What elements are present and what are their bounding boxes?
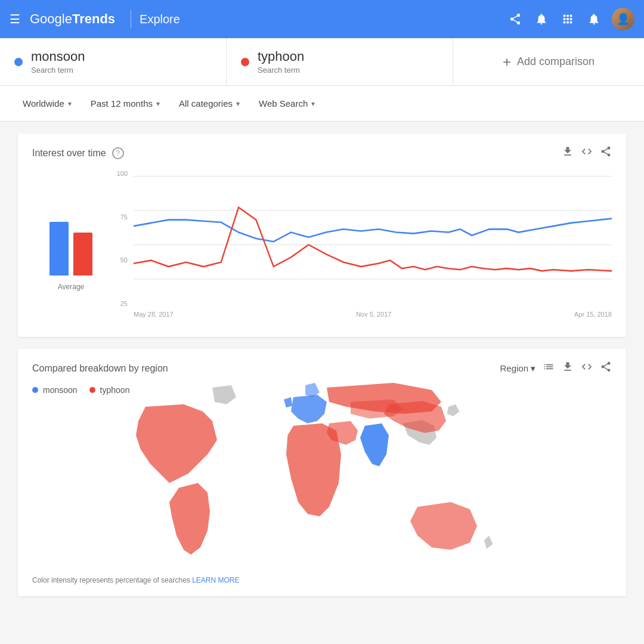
chart-legend-area: Average bbox=[32, 170, 110, 325]
add-comparison-button[interactable]: + Add comparison bbox=[453, 38, 644, 85]
y-label-100: 100 bbox=[117, 170, 128, 177]
x-label-mid: Nov 5, 2017 bbox=[356, 311, 391, 318]
typhoon-dot bbox=[241, 58, 249, 66]
time-filter[interactable]: Past 12 months ▾ bbox=[82, 94, 168, 113]
header-actions: 👤 bbox=[507, 8, 634, 30]
search-type-filter[interactable]: Web Search ▾ bbox=[250, 94, 323, 113]
chart-container: Average 100 75 50 25 bbox=[32, 170, 612, 325]
google-trends-logo[interactable]: GoogleTrends bbox=[30, 11, 115, 27]
y-label-75: 75 bbox=[120, 213, 128, 221]
logo-trends: Trends bbox=[72, 11, 115, 27]
interest-card-title: Interest over time ? bbox=[32, 147, 124, 159]
monsoon-type: Search term bbox=[31, 66, 85, 75]
region-share-icon[interactable] bbox=[600, 361, 612, 376]
notification-icon[interactable] bbox=[586, 11, 602, 27]
share-action-icon[interactable] bbox=[600, 145, 612, 160]
line-chart-area: 100 75 50 25 bbox=[110, 170, 612, 325]
region-card: Compared breakdown by region Region ▾ bbox=[18, 349, 626, 596]
x-axis-labels: May 28, 2017 Nov 5, 2017 Apr 15, 2018 bbox=[134, 307, 612, 325]
region-dropdown[interactable]: Region ▾ bbox=[500, 363, 535, 374]
share-icon[interactable] bbox=[507, 11, 524, 27]
region-arrow: ▾ bbox=[531, 363, 535, 374]
monsoon-legend-dot bbox=[32, 387, 38, 393]
avatar-image: 👤 bbox=[612, 8, 634, 30]
interest-card-actions bbox=[562, 145, 612, 160]
category-filter-arrow: ▾ bbox=[236, 100, 240, 108]
location-filter[interactable]: Worldwide ▾ bbox=[14, 94, 80, 113]
menu-icon[interactable]: ☰ bbox=[10, 12, 20, 26]
monsoon-info: monsoon Search term bbox=[31, 49, 85, 75]
bar-monsoon bbox=[49, 222, 69, 275]
line-chart-svg bbox=[134, 170, 612, 307]
alert-icon[interactable] bbox=[533, 11, 550, 27]
map-svg bbox=[54, 378, 590, 593]
region-header: Compared breakdown by region Region ▾ bbox=[32, 361, 612, 376]
search-type-filter-arrow: ▾ bbox=[311, 100, 315, 108]
help-icon[interactable]: ? bbox=[112, 147, 124, 159]
y-label-50: 50 bbox=[120, 256, 128, 264]
header: ☰ GoogleTrends Explore 👤 bbox=[0, 0, 644, 38]
category-filter[interactable]: All categories ▾ bbox=[171, 94, 248, 113]
typhoon-name: typhoon bbox=[258, 49, 304, 64]
bar-chart bbox=[49, 204, 92, 275]
region-download-icon[interactable] bbox=[562, 361, 574, 376]
search-term-monsoon[interactable]: monsoon Search term bbox=[0, 38, 227, 85]
typhoon-info: typhoon Search term bbox=[258, 49, 304, 75]
region-controls: Region ▾ bbox=[500, 361, 612, 376]
x-label-start: May 28, 2017 bbox=[134, 311, 174, 318]
logo-google: Google bbox=[30, 11, 72, 27]
interest-title-text: Interest over time bbox=[32, 148, 106, 159]
explore-label: Explore bbox=[140, 13, 180, 26]
avatar[interactable]: 👤 bbox=[612, 8, 634, 30]
list-view-icon[interactable] bbox=[543, 361, 555, 376]
chart-svg-area bbox=[134, 170, 612, 307]
interest-card-header: Interest over time ? bbox=[32, 145, 612, 160]
download-icon[interactable] bbox=[562, 145, 574, 160]
monsoon-name: monsoon bbox=[31, 49, 85, 64]
interest-over-time-card: Interest over time ? bbox=[18, 134, 626, 337]
bar-typhoon bbox=[73, 233, 92, 275]
header-divider bbox=[131, 10, 131, 28]
main-content: Interest over time ? bbox=[0, 122, 644, 620]
average-label: Average bbox=[58, 283, 84, 291]
x-label-end: Apr 15, 2018 bbox=[574, 311, 612, 318]
add-icon: + bbox=[503, 54, 511, 70]
location-filter-arrow: ▾ bbox=[68, 100, 72, 108]
search-term-typhoon[interactable]: typhoon Search term bbox=[227, 38, 453, 85]
typhoon-type: Search term bbox=[258, 66, 304, 75]
region-embed-icon[interactable] bbox=[581, 361, 593, 376]
time-filter-arrow: ▾ bbox=[156, 100, 160, 108]
time-filter-label: Past 12 months bbox=[91, 98, 153, 109]
y-label-25: 25 bbox=[120, 300, 128, 307]
location-filter-label: Worldwide bbox=[23, 98, 64, 109]
region-label: Region bbox=[500, 363, 528, 373]
search-type-filter-label: Web Search bbox=[259, 98, 308, 109]
y-axis-labels: 100 75 50 25 bbox=[110, 170, 131, 307]
category-filter-label: All categories bbox=[179, 98, 233, 109]
color-note-text: Color intensity represents percentage of… bbox=[32, 576, 190, 584]
learn-more-link[interactable]: LEARN MORE bbox=[192, 576, 239, 584]
embed-icon[interactable] bbox=[581, 145, 593, 160]
filter-bar: Worldwide ▾ Past 12 months ▾ All categor… bbox=[0, 86, 644, 122]
apps-icon[interactable] bbox=[559, 11, 576, 27]
world-map bbox=[32, 402, 612, 569]
monsoon-dot bbox=[14, 58, 23, 66]
region-title: Compared breakdown by region bbox=[32, 363, 168, 374]
add-comparison-label: Add comparison bbox=[517, 55, 595, 68]
search-bar-area: monsoon Search term typhoon Search term … bbox=[0, 38, 644, 86]
